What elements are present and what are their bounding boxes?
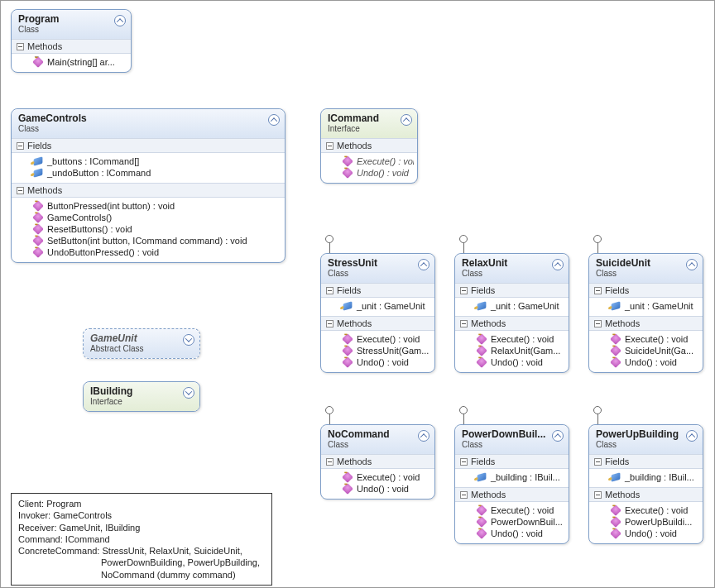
box-header: ICommand Interface [321,109,417,138]
method-icon [610,504,621,516]
section-methods[interactable]: Methods [321,454,434,469]
method-item: Undo() : void [324,167,414,179]
field-icon [612,472,621,481]
collapse-icon[interactable] [114,15,126,26]
collapse-icon[interactable] [686,430,698,442]
method-icon [32,200,44,212]
method-icon [342,167,353,179]
section-label: Methods [471,318,506,328]
note-line: Client: Program [18,498,265,509]
box-header: SuicideUnit Class [589,254,703,283]
class-box-nocommand[interactable]: NoCommand Class Methods Execute() : void… [320,424,435,500]
member-list: Main(string[] ar... [12,54,131,72]
section-label: Methods [27,41,62,51]
method-icon [476,333,487,345]
minus-icon [594,458,602,466]
box-header: NoCommand Class [321,425,434,454]
section-methods[interactable]: Methods [589,316,703,331]
lollipop-icon [325,235,334,243]
class-box-stressunit[interactable]: StressUnit Class Fields _unit : GameUnit… [320,253,435,373]
member-list: _unit : GameUnit [321,298,434,316]
member-list: _building : IBuil... [455,469,569,487]
note-line: PowerDownBuilding, PowerUpBuilding, [18,557,265,568]
method-icon [476,528,487,539]
minus-icon [326,458,334,466]
method-item: Execute() : void [324,471,431,483]
class-box-relaxunit[interactable]: RelaxUnit Class Fields _unit : GameUnit … [454,253,569,373]
field-item: _unit : GameUnit [593,300,699,312]
collapse-icon[interactable] [552,259,564,270]
collapse-icon[interactable] [418,430,429,442]
method-icon [476,356,487,368]
section-fields[interactable]: Fields [455,454,569,469]
method-item: Execute() : void [593,504,699,516]
method-item: PowerDownBuil... [458,516,565,528]
method-icon [476,345,487,356]
method-icon [342,345,353,356]
collapse-icon[interactable] [686,259,698,270]
collapse-icon[interactable] [418,259,429,270]
class-box-suicideunit[interactable]: SuicideUnit Class Fields _unit : GameUni… [588,253,703,373]
method-item: Undo() : void [324,483,431,495]
method-item: Execute() : void [324,155,414,167]
collapse-icon[interactable] [552,430,564,442]
collapse-icon[interactable] [401,114,412,126]
class-kind: Class [462,269,562,278]
section-fields[interactable]: Fields [455,283,569,298]
method-item: Undo() : void [593,528,699,539]
field-icon [34,156,43,165]
class-box-program[interactable]: Program Class Methods Main(string[] ar..… [11,9,132,73]
class-box-powerdown[interactable]: PowerDownBuil... Class Fields _building … [454,424,569,544]
field-icon [612,301,621,310]
class-box-powerup[interactable]: PowerUpBuilding Class Fields _building :… [588,424,703,544]
section-fields[interactable]: Fields [12,138,285,153]
field-icon [34,168,43,177]
method-item: Undo() : void [593,356,699,368]
minus-icon [17,43,24,50]
method-icon [610,528,621,539]
method-icon [342,483,353,495]
field-item: _unit : GameUnit [324,300,431,312]
collapse-icon[interactable] [268,114,280,126]
section-label: Fields [27,141,51,151]
section-label: Fields [471,285,495,295]
minus-icon [17,142,24,150]
lollipop-icon [459,235,468,243]
minus-icon [594,287,602,294]
section-methods[interactable]: Methods [12,39,131,54]
method-item: SetButton(int button, ICommand command) … [15,235,281,246]
lollipop-icon [325,406,334,414]
class-title: PowerUpBuilding [596,428,696,440]
note-line: Command: ICommand [18,533,265,545]
method-item: ResetButtons() : void [15,223,281,235]
interface-title: IBuilding [90,385,193,397]
member-list: Execute() : void RelaxUnit(Gam... Undo()… [455,331,569,372]
section-methods[interactable]: Methods [455,487,569,502]
section-methods[interactable]: Methods [321,138,417,153]
section-methods[interactable]: Methods [589,487,703,502]
interface-box-icommand[interactable]: ICommand Interface Methods Execute() : v… [320,108,418,184]
interface-box-ibuilding[interactable]: IBuilding Interface [83,381,200,412]
section-fields[interactable]: Fields [589,283,703,298]
section-methods[interactable]: Methods [455,316,569,331]
section-methods[interactable]: Methods [12,183,285,198]
section-methods[interactable]: Methods [321,316,434,331]
method-item: Execute() : void [458,333,565,345]
method-icon [32,223,44,235]
method-item: Undo() : void [458,528,565,539]
note-line: Receiver: GameUnit, IBuilding [18,522,265,533]
section-fields[interactable]: Fields [321,283,434,298]
minus-icon [460,458,468,466]
member-list: Execute() : void StressUnit(Gam... Undo(… [321,331,434,372]
method-icon [342,471,353,483]
method-item: UndoButtonPressed() : void [15,246,281,258]
class-title: Program [18,13,124,25]
expand-icon[interactable] [183,387,194,399]
expand-icon[interactable] [183,334,194,346]
note-line: NoCommand (dummy command) [18,569,265,581]
class-box-gameunit[interactable]: GameUnit Abstract Class [83,328,200,359]
class-box-gamecontrols[interactable]: GameControls Class Fields _buttons : ICo… [11,108,286,263]
section-label: Methods [471,490,506,500]
box-header: RelaxUnit Class [455,254,569,283]
section-fields[interactable]: Fields [589,454,703,469]
